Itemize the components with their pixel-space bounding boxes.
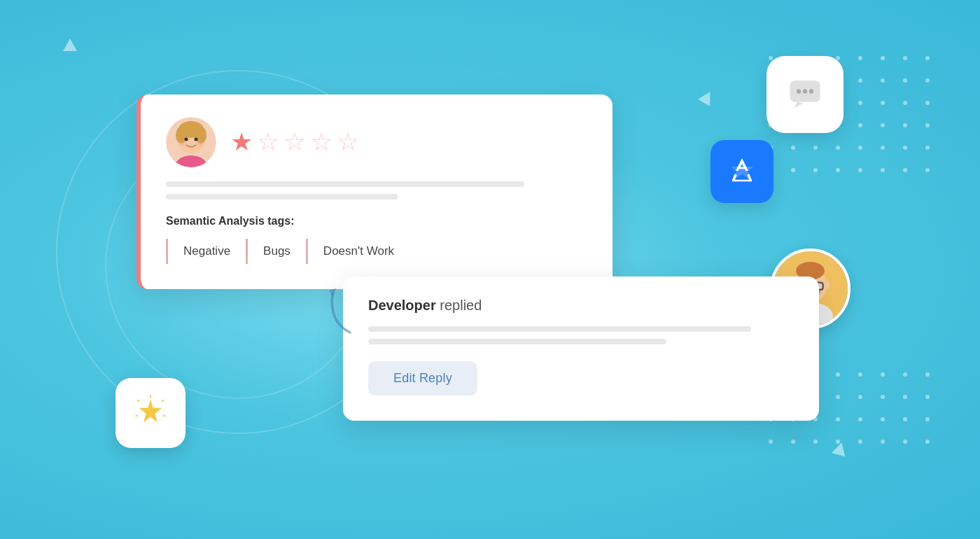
svg-point-34 [197, 142, 202, 146]
reply-line-2 [368, 339, 666, 344]
developer-label: Developer [368, 298, 436, 313]
semantic-analysis-label: Semantic Analysis tags: [166, 215, 587, 227]
star-5: ☆ [337, 130, 359, 155]
svg-point-33 [180, 142, 186, 146]
review-line-1 [166, 181, 524, 187]
star-3: ☆ [284, 130, 306, 155]
tag-negative: Negative [166, 239, 246, 264]
svg-point-31 [185, 138, 188, 141]
tag-bugs: Bugs [246, 239, 306, 264]
review-card: ★ ☆ ☆ ☆ ☆ Semantic Analysis tags: Negati… [136, 94, 612, 289]
svg-point-1 [797, 89, 801, 93]
svg-point-32 [195, 138, 198, 141]
star-rating: ★ ☆ ☆ ☆ ☆ [230, 130, 359, 155]
appstore-icon [724, 154, 760, 189]
reply-card: Developer replied Edit Reply [343, 276, 819, 421]
svg-line-8 [162, 400, 164, 402]
replied-label: replied [436, 298, 482, 313]
triangle-icon-1 [63, 38, 77, 51]
semantic-tags: Negative Bugs Doesn't Work [166, 239, 587, 264]
svg-point-29 [176, 127, 187, 144]
svg-point-30 [195, 127, 206, 144]
review-card-header: ★ ☆ ☆ ☆ ☆ [166, 117, 587, 167]
chat-icon [786, 76, 824, 113]
svg-line-10 [163, 416, 166, 416]
svg-point-2 [803, 89, 807, 93]
star-1: ★ [230, 130, 253, 155]
appstore-badge [710, 140, 774, 203]
chat-badge [766, 56, 844, 133]
svg-marker-24 [329, 288, 336, 297]
tag-doesnt-work: Doesn't Work [306, 239, 410, 264]
svg-marker-6 [139, 399, 162, 422]
reply-text-lines [368, 326, 794, 344]
svg-point-23 [825, 281, 830, 289]
star-4: ☆ [310, 130, 332, 155]
reply-line-1 [368, 326, 751, 332]
svg-line-9 [137, 400, 139, 402]
arrow-connector [322, 280, 371, 339]
svg-point-3 [809, 89, 813, 93]
star-2: ☆ [257, 130, 279, 155]
svg-line-11 [135, 416, 138, 416]
edit-reply-button[interactable]: Edit Reply [368, 361, 477, 396]
reply-header: Developer replied [368, 298, 794, 314]
review-line-2 [166, 194, 398, 200]
reviewer-avatar [166, 117, 216, 167]
star-icon [132, 394, 169, 432]
star-badge [115, 378, 186, 448]
review-text-lines [166, 181, 587, 200]
